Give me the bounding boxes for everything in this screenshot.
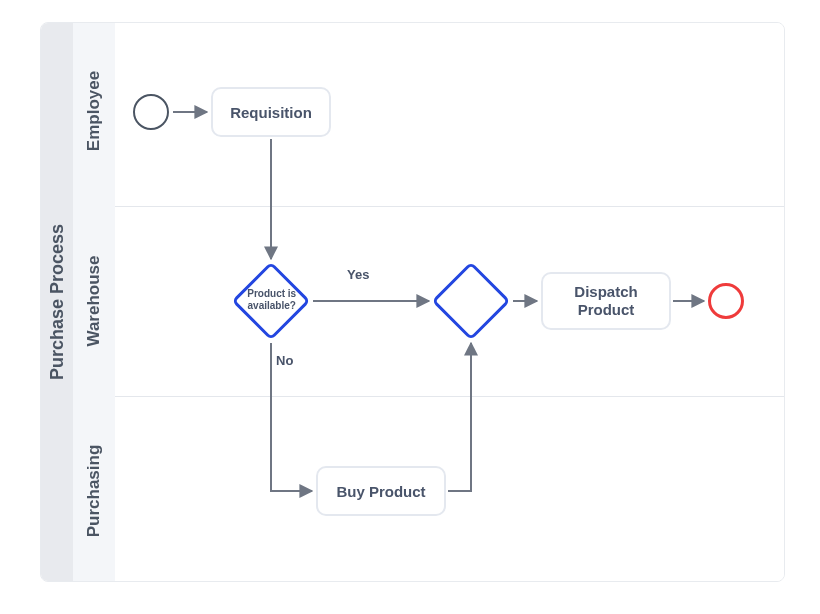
lane-divider (115, 396, 784, 397)
task-buy-product: Buy Product (316, 466, 446, 516)
bpmn-diagram: Purchase Process Employee Warehouse Purc… (40, 22, 785, 582)
task-requisition: Requisition (211, 87, 331, 137)
gateway-question: Product is available? (237, 288, 307, 312)
lane-divider (115, 206, 784, 207)
pool-title: Purchase Process (47, 224, 68, 380)
start-event (133, 94, 169, 130)
task-label: Requisition (230, 104, 312, 121)
edge-label-yes: Yes (347, 267, 369, 282)
task-label: Dispatch Product (551, 283, 661, 319)
task-dispatch-product: Dispatch Product (541, 272, 671, 330)
edge-label-no: No (276, 353, 293, 368)
end-event (708, 283, 744, 319)
lane-label-warehouse: Warehouse (84, 255, 104, 346)
task-label: Buy Product (336, 483, 425, 500)
pool-label-column: Purchase Process (41, 23, 73, 581)
lane-label-employee: Employee (84, 71, 104, 151)
lane-label-purchasing: Purchasing (84, 445, 104, 538)
lane-label-column: Employee Warehouse Purchasing (73, 23, 115, 581)
